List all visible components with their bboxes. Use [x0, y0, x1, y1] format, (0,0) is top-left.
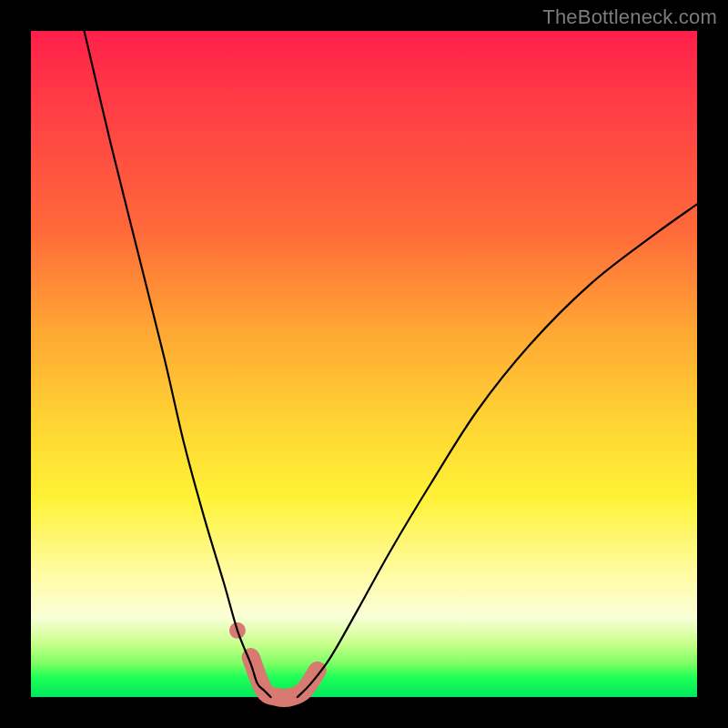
watermark-text: TheBottleneck.com [542, 5, 717, 29]
curves-svg [31, 31, 697, 697]
plot-area [31, 31, 697, 697]
bottleneck-curve-right [298, 204, 697, 697]
chart-frame: TheBottleneck.com [0, 0, 728, 728]
optimal-band [251, 657, 318, 698]
bottleneck-curve-left [85, 31, 271, 697]
